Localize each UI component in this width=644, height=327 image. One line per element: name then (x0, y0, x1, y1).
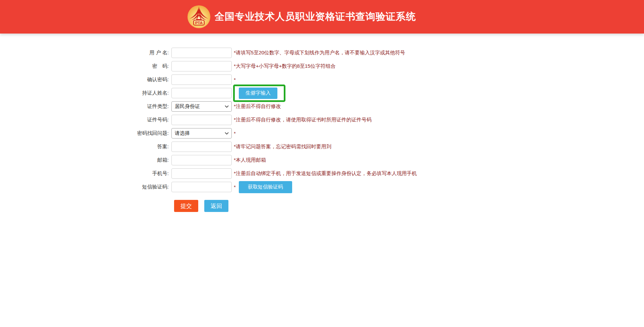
answer-label: 答案: (111, 144, 171, 150)
id-type-hint: *注册后不得自行修改 (234, 103, 281, 110)
page-title: 全国专业技术人员职业资格证书查询验证系统 (215, 10, 416, 23)
phone-hint: *注册后自动绑定手机，用于发送短信或重要操作身份认定，务必填写本人现用手机 (234, 170, 417, 177)
sms-code-input[interactable] (171, 182, 232, 192)
username-input[interactable] (171, 48, 232, 58)
form-row-id-number: 证件号码: *注册后不得自行修改，请使用取得证书时所用证件的证件号码 (0, 115, 644, 125)
highlight-box: 生僻字输入 (233, 85, 285, 102)
password-question-select[interactable]: 请选择 (171, 128, 232, 139)
form-row-confirm-password: 确认密码: * (0, 74, 644, 85)
form-row-answer: 答案: *请牢记问题答案，忘记密码需找回时要用到 (0, 142, 644, 152)
form-row-password-question: 密码找回问题: 请选择 * (0, 128, 644, 139)
password-question-label: 密码找回问题: (111, 130, 171, 137)
page-header: PTA 全国专业技术人员职业资格证书查询验证系统 (0, 0, 644, 34)
answer-input[interactable] (171, 142, 232, 152)
form-row-holder-name: 持证人姓名: 生僻字输入 (0, 88, 644, 98)
form-row-email: 邮箱: *本人现用邮箱 (0, 155, 644, 165)
chevron-down-icon (225, 105, 229, 108)
registration-form: 用 户 名: *请填写5至20位数字、字母或下划线作为用户名，请不要输入汉字或其… (0, 48, 644, 212)
phone-input[interactable] (171, 168, 232, 179)
confirm-password-required-asterisk: * (234, 77, 236, 83)
form-row-password: 密 码: *大写字母+小写字母+数字的8至15位字符组合 (0, 61, 644, 71)
password-hint: *大写字母+小写字母+数字的8至15位字符组合 (234, 63, 335, 69)
holder-name-input[interactable] (171, 88, 232, 98)
id-type-selected-value: 居民身份证 (175, 103, 200, 110)
submit-button[interactable]: 提交 (174, 200, 198, 212)
sms-code-label: 短信验证码: (111, 184, 171, 190)
form-row-sms-code: 短信验证码: * 获取短信验证码 (0, 182, 644, 192)
form-row-id-type: 证件类型: 居民身份证 *注册后不得自行修改 (0, 101, 644, 112)
password-input[interactable] (171, 61, 232, 71)
password-question-required-asterisk: * (234, 130, 236, 136)
id-type-label: 证件类型: (111, 103, 171, 110)
rare-character-input-button[interactable]: 生僻字输入 (239, 88, 277, 99)
chevron-down-icon (225, 132, 229, 135)
password-label: 密 码: (111, 63, 171, 69)
answer-hint: *请牢记问题答案，忘记密码需找回时要用到 (234, 144, 331, 150)
form-actions: 提交 返回 (0, 200, 644, 212)
form-row-phone: 手机号: *注册后自动绑定手机，用于发送短信或重要操作身份认定，务必填写本人现用… (0, 168, 644, 179)
confirm-password-input[interactable] (171, 74, 232, 85)
email-label: 邮箱: (111, 157, 171, 163)
sms-code-required-asterisk: * (234, 184, 236, 190)
get-sms-code-button[interactable]: 获取短信验证码 (239, 181, 292, 193)
form-row-username: 用 户 名: *请填写5至20位数字、字母或下划线作为用户名，请不要输入汉字或其… (0, 48, 644, 58)
phone-label: 手机号: (111, 170, 171, 177)
username-label: 用 户 名: (111, 50, 171, 56)
id-type-select[interactable]: 居民身份证 (171, 101, 232, 112)
password-question-selected-value: 请选择 (175, 130, 190, 137)
confirm-password-label: 确认密码: (111, 76, 171, 83)
logo-text: PTA (195, 21, 203, 25)
holder-name-label: 持证人姓名: (111, 90, 171, 96)
pta-logo-icon: PTA (187, 5, 211, 29)
back-button[interactable]: 返回 (204, 200, 228, 212)
brand: PTA 全国专业技术人员职业资格证书查询验证系统 (187, 5, 416, 29)
email-hint: *本人现用邮箱 (234, 157, 266, 163)
username-hint: *请填写5至20位数字、字母或下划线作为用户名，请不要输入汉字或其他符号 (234, 50, 405, 56)
id-number-label: 证件号码: (111, 117, 171, 123)
email-input[interactable] (171, 155, 232, 165)
id-number-input[interactable] (171, 115, 232, 125)
id-number-hint: *注册后不得自行修改，请使用取得证书时所用证件的证件号码 (234, 117, 372, 123)
